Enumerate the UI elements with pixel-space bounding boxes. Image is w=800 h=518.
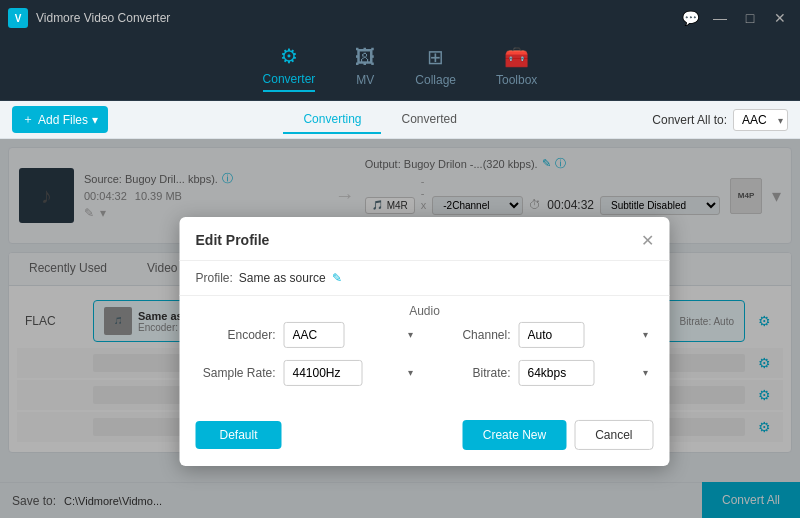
bitrate-arrow: ▾ [643,367,648,378]
converter-icon: ⚙ [280,44,298,68]
nav-mv-label: MV [356,73,374,87]
encoder-select-arrow: ▾ [408,329,413,340]
nav-bar: ⚙ Converter 🖼 MV ⊞ Collage 🧰 Toolbox [0,36,800,101]
sample-rate-field: Sample Rate: 44100Hz 22050Hz 11025Hz ▾ [196,359,419,385]
modal-action-buttons: Create New Cancel [463,419,654,449]
nav-mv[interactable]: 🖼 MV [355,46,375,91]
sample-rate-arrow: ▾ [408,367,413,378]
modal-close-button[interactable]: ✕ [641,230,654,249]
plus-icon: ＋ [22,111,34,128]
cancel-button[interactable]: Cancel [574,419,653,449]
collage-icon: ⊞ [427,45,444,69]
toolbar-tabs: Converting Converted [116,106,644,134]
chat-btn[interactable]: 💬 [678,8,702,28]
sample-rate-select[interactable]: 44100Hz 22050Hz 11025Hz [284,359,363,385]
window-controls: 💬 — □ ✕ [678,8,792,28]
app-logo: V [8,8,28,28]
convert-all-section: Convert All to: AAC ▾ [652,109,788,131]
modal-row-samplerate-bitrate: Sample Rate: 44100Hz 22050Hz 11025Hz ▾ B… [196,359,654,385]
bitrate-select-wrapper: 64kbps 128kbps 192kbps 320kbps ▾ [519,359,654,385]
modal-footer: Default Create New Cancel [180,409,670,465]
add-files-label: Add Files [38,113,88,127]
profile-value: Same as source [239,270,326,284]
nav-toolbox[interactable]: 🧰 Toolbox [496,45,537,91]
toolbox-icon: 🧰 [504,45,529,69]
convert-all-select[interactable]: AAC [733,109,788,131]
encoder-select-wrapper: AAC MP3 FLAC WAV ▾ [284,321,419,347]
convert-all-label: Convert All to: [652,113,727,127]
sample-rate-label: Sample Rate: [196,365,276,379]
modal-profile-row: Profile: Same as source ✎ [180,260,670,295]
channel-select-modal-wrapper: Auto Mono Stereo ▾ [519,321,654,347]
profile-label: Profile: [196,270,233,284]
nav-collage-label: Collage [415,73,456,87]
modal-row-encoder-channel: Encoder: AAC MP3 FLAC WAV ▾ Chan [196,321,654,347]
maximize-btn[interactable]: □ [738,8,762,28]
nav-collage[interactable]: ⊞ Collage [415,45,456,91]
toolbar: ＋ Add Files ▾ Converting Converted Conve… [0,101,800,139]
minimize-btn[interactable]: — [708,8,732,28]
modal-body: Encoder: AAC MP3 FLAC WAV ▾ Chan [180,321,670,409]
close-btn[interactable]: ✕ [768,8,792,28]
bitrate-select[interactable]: 64kbps 128kbps 192kbps 320kbps [519,359,595,385]
channel-label: Channel: [431,327,511,341]
modal-header: Edit Profile ✕ [180,216,670,260]
bitrate-field: Bitrate: 64kbps 128kbps 192kbps 320kbps … [431,359,654,385]
tab-converted[interactable]: Converted [381,106,476,134]
encoder-select[interactable]: AAC MP3 FLAC WAV [284,321,345,347]
encoder-field: Encoder: AAC MP3 FLAC WAV ▾ [196,321,419,347]
encoder-label: Encoder: [196,327,276,341]
default-button[interactable]: Default [196,420,282,448]
add-files-button[interactable]: ＋ Add Files ▾ [12,106,108,133]
convert-all-select-wrapper: AAC ▾ [733,109,788,131]
channel-field: Channel: Auto Mono Stereo ▾ [431,321,654,347]
mv-icon: 🖼 [355,46,375,69]
create-new-button[interactable]: Create New [463,419,566,449]
edit-profile-modal: Edit Profile ✕ Profile: Same as source ✎… [180,216,670,465]
modal-section-title: Audio [180,295,670,321]
channel-select-modal[interactable]: Auto Mono Stereo [519,321,585,347]
tab-converting[interactable]: Converting [283,106,381,134]
sample-rate-select-wrapper: 44100Hz 22050Hz 11025Hz ▾ [284,359,419,385]
nav-converter-label: Converter [263,72,316,86]
modal-title: Edit Profile [196,232,270,248]
title-bar: V Vidmore Video Converter 💬 — □ ✕ [0,0,800,36]
dropdown-arrow-icon: ▾ [92,113,98,127]
channel-select-arrow: ▾ [643,329,648,340]
nav-converter[interactable]: ⚙ Converter [263,44,316,92]
content-area: ♪ Source: Bugoy Dril... kbps). ⓘ 00:04:3… [0,139,800,518]
app-title: Vidmore Video Converter [36,11,678,25]
profile-edit-icon[interactable]: ✎ [332,270,342,284]
bitrate-label: Bitrate: [431,365,511,379]
nav-toolbox-label: Toolbox [496,73,537,87]
